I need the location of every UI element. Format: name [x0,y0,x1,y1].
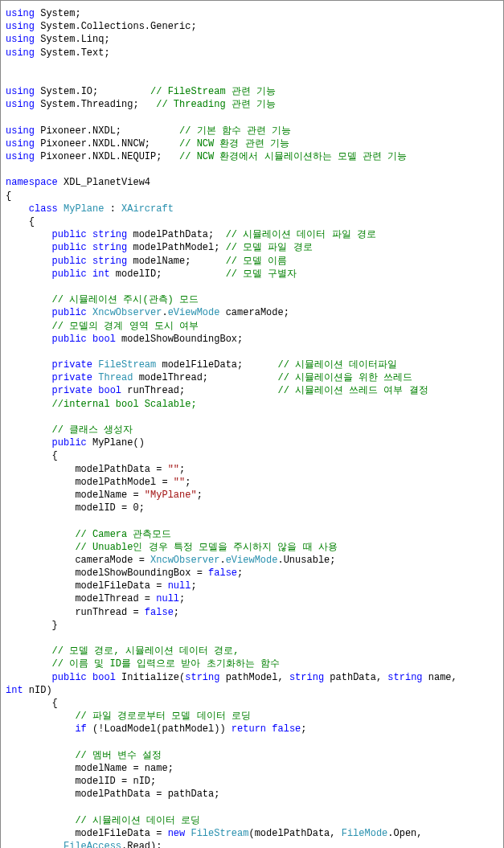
code-token: class [29,203,58,215]
code-block: using System; using System.Collections.G… [0,0,504,848]
code-token: // 시뮬레이션 주시(관측) 모드 [52,294,199,305]
code-token: modelShowBoundingBox = [6,567,208,579]
code-token: // 이름 및 ID를 입력으로 받아 초기화하는 함수 [52,658,280,670]
code-token: public [52,242,87,253]
code-token [6,268,52,280]
code-token [6,334,52,345]
code-token: modelPathData = [6,464,168,475]
code-token: .Open, [387,828,428,839]
code-token: ; [237,567,243,579]
code-token: // 모델의 경계 영역 도시 여부 [52,321,199,332]
code-token: string [92,229,127,240]
code-token: Initialize( [116,672,185,683]
code-token: ; [191,580,196,592]
code-token: // NCW 환경에서 시뮬레이션하는 모델 관련 기능 [179,151,407,162]
code-token: MyPlane() [87,437,145,449]
code-token: MyPlane [64,203,104,215]
code-token [87,307,92,318]
code-token: modelName = [6,490,145,501]
code-token: using [6,21,35,32]
code-token [6,542,75,553]
code-token: // 모델 구별자 [226,268,297,280]
code-token: FileStream [98,359,156,371]
code-token: .Read); [121,841,162,848]
code-token: int [92,268,110,280]
code-token: using [6,8,35,19]
code-token: Pixoneer.NXDL; [35,125,179,137]
code-token: System.IO; [35,86,150,97]
code-token [6,658,52,670]
code-token: modelFileData; [156,359,277,371]
code-token [6,229,52,240]
code-token: public [52,672,87,683]
code-token: public [52,437,87,449]
code-token: "MyPlane" [145,490,197,501]
code-token: using [6,138,35,150]
code-token: using [6,151,35,162]
code-token: modelID = nID; [6,776,156,787]
code-token: private [52,372,92,383]
code-token: // FileStream 관련 기능 [150,86,276,97]
code-token: System; [35,8,81,19]
code-token [58,203,64,215]
code-token: eViewMode [168,307,220,318]
code-token: // 파일 경로로부터 모델 데이터 로딩 [75,711,250,722]
code-token: public [52,268,87,280]
code-token: // Camera 관측모드 [75,529,171,540]
code-token: bool [92,334,116,345]
code-token: // 멤버 변수 설정 [75,750,162,761]
code-token: false [145,607,174,618]
code-token: // 시뮬레이션 쓰레드 여부 결정 [277,385,428,396]
code-token: // 모델 파일 경로 [226,242,313,253]
code-token [6,750,75,761]
code-token: nID) [23,685,52,696]
code-token: modelPathModel; [127,242,225,253]
code-token: cameraMode; [219,307,289,318]
code-token: // Threading 관련 기능 [156,99,276,110]
code-token: { [6,450,58,461]
code-token: ; [179,593,185,604]
code-token: string [92,242,127,253]
code-token: modelPathData = pathData; [6,789,219,800]
code-token: pathData, [324,672,387,683]
code-token: // 모델 이름 [226,256,288,267]
code-token: System.Threading; [35,99,156,110]
code-token: FileStream [191,828,248,839]
code-token: runThread; [121,385,277,396]
code-token: : [104,203,121,215]
code-token: (!LoadModel(pathModel)) [87,723,232,735]
code-token [6,645,52,657]
code-token [6,294,52,305]
code-token: modelID; [110,268,226,280]
code-token: string [92,256,127,267]
code-token [6,815,75,826]
code-token: XncwObserver [150,555,219,566]
code-token: bool [92,672,116,683]
code-token: using [6,99,35,110]
code-token: public [52,307,87,318]
code-token: // 기본 함수 관련 기능 [179,125,291,137]
code-token: string [185,672,219,683]
code-token [6,385,52,396]
code-token [6,256,52,267]
code-token: modelFileData = [6,828,168,839]
code-token [6,242,52,253]
code-token: name, [423,672,463,683]
code-token: runThread = [6,607,145,618]
code-token: // 모델 경로, 시뮬레이션 데이터 경로, [52,645,240,657]
code-token: using [6,47,35,59]
code-token: string [387,672,422,683]
code-token: private [52,385,92,396]
code-token: "" [168,464,179,475]
code-token: modelShowBoundingBox; [116,334,243,345]
code-token: return [232,723,266,735]
code-token: . [219,555,225,566]
code-token: modelPathData; [127,229,225,240]
code-token: null [168,580,191,592]
code-token [6,424,52,436]
code-token: { [6,190,11,202]
code-token: Thread [98,372,133,383]
code-token [87,268,92,280]
code-token: private [52,359,92,371]
code-token [6,672,52,683]
